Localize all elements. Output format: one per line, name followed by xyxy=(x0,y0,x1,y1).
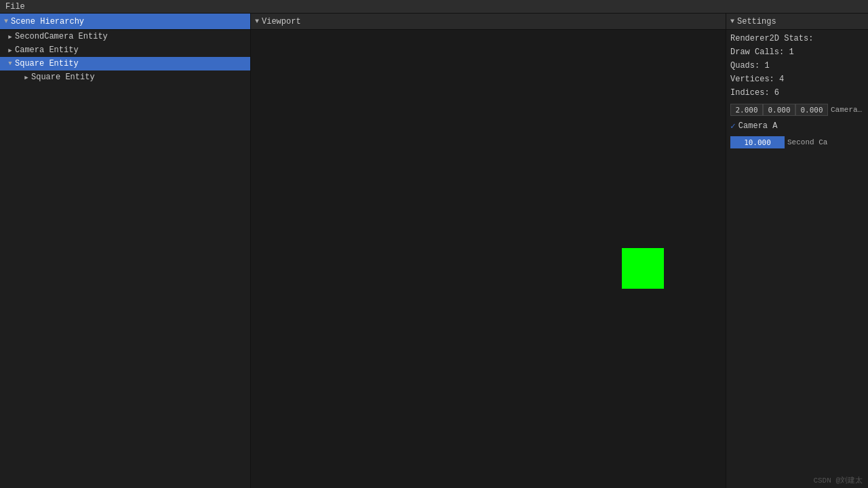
camera-value-input[interactable] xyxy=(730,136,785,148)
arrow-right-icon: ▶ xyxy=(5,33,15,41)
settings-arrow-icon: ▼ xyxy=(730,18,734,25)
arrow-child-icon: ▶ xyxy=(22,74,31,81)
camera-a-check-icon: ✓ xyxy=(730,121,736,131)
file-menu[interactable]: File xyxy=(5,2,25,12)
settings-panel: ▼ Settings Renderer2D Stats: Draw Calls:… xyxy=(726,14,868,488)
indices-row: Indices: 6 xyxy=(730,87,864,99)
viewport-canvas[interactable] xyxy=(251,30,726,488)
camera-a-row: ✓ Camera A xyxy=(730,119,864,133)
settings-content: Renderer2D Stats: Draw Calls: 1 Quads: 1… xyxy=(726,30,868,152)
viewport-title: Viewport xyxy=(262,17,301,26)
quads-row: Quads: 1 xyxy=(730,60,864,72)
transform-z-input[interactable] xyxy=(795,104,828,116)
draw-calls-row: Draw Calls: 1 xyxy=(730,46,864,58)
draw-calls-label: Draw Calls: 1 xyxy=(730,47,794,57)
vertices-label: Vertices: 4 xyxy=(730,75,784,84)
watermark: CSDN @刘建太 xyxy=(813,475,863,485)
square-entity-label: Square Entity xyxy=(15,59,79,68)
camera-value-row: Second Ca xyxy=(730,136,864,149)
watermark-text: CSDN @刘建太 xyxy=(813,476,863,485)
menubar: File xyxy=(0,0,868,14)
vertices-row: Vertices: 4 xyxy=(730,73,864,85)
viewport-arrow-icon: ▼ xyxy=(255,18,259,25)
hierarchy-item-camera[interactable]: ▶ Camera Entity xyxy=(0,43,250,57)
hierarchy-item-square-entity[interactable]: ▼ Square Entity xyxy=(0,57,250,70)
renderer-stats-title: Renderer2D Stats: xyxy=(730,33,864,45)
settings-title: Settings xyxy=(737,17,776,26)
transform-x-input[interactable] xyxy=(730,104,763,116)
viewport-panel: ▼ Viewport xyxy=(251,14,726,488)
square-entity-child-label: Square Entity xyxy=(31,73,95,82)
second-camera-label: SecondCamera Entity xyxy=(15,32,108,41)
scene-hierarchy-arrow-icon: ▼ xyxy=(4,18,8,25)
camera-entity-label: Camera Entity xyxy=(15,45,79,55)
camera-value-label: Second Ca xyxy=(787,138,827,146)
hierarchy-item-second-camera[interactable]: ▶ SecondCamera Entity xyxy=(0,30,250,43)
scene-hierarchy-panel: ▼ Scene Hierarchy ▶ SecondCamera Entity … xyxy=(0,14,251,488)
quads-label: Quads: 1 xyxy=(730,61,770,70)
hierarchy-list: ▶ SecondCamera Entity ▶ Camera Entity ▼ … xyxy=(0,30,250,488)
transform-row: Camera Tr xyxy=(730,103,864,117)
scene-hierarchy-title: Scene Hierarchy xyxy=(11,17,84,26)
arrow-right-icon: ▶ xyxy=(5,47,15,54)
transform-y-input[interactable] xyxy=(763,104,795,116)
indices-label: Indices: 6 xyxy=(730,88,779,98)
arrow-down-icon: ▼ xyxy=(5,60,15,67)
settings-header: ▼ Settings xyxy=(726,14,868,30)
viewport-header: ▼ Viewport xyxy=(251,14,726,30)
green-square xyxy=(622,248,664,289)
transform-label: Camera Tr xyxy=(831,106,864,114)
hierarchy-item-square-entity-child[interactable]: ▶ Square Entity xyxy=(0,70,250,84)
scene-hierarchy-header: ▼ Scene Hierarchy xyxy=(0,14,250,30)
main-layout: ▼ Scene Hierarchy ▶ SecondCamera Entity … xyxy=(0,14,868,488)
renderer-stats-label: Renderer2D Stats: xyxy=(730,34,813,43)
camera-a-label: Camera A xyxy=(738,121,778,131)
